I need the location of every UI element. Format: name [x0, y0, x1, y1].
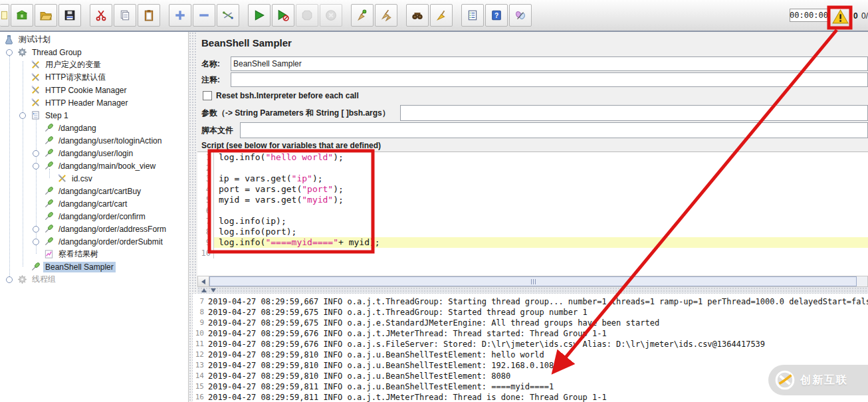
comment-input[interactable]	[231, 72, 868, 87]
remove-button[interactable]	[193, 4, 215, 27]
reset-interpreter-checkbox[interactable]	[203, 91, 212, 100]
open-file-button[interactable]	[35, 4, 57, 27]
tree-item-[interactable]: 察看结果树	[0, 248, 188, 260]
scrollbar-thumb[interactable]	[209, 276, 857, 286]
watermark-logo-icon	[774, 369, 796, 391]
script-editor[interactable]: 1log.info("hello world");23ip = vars.get…	[197, 151, 868, 276]
splitter-up-icon[interactable]	[201, 288, 207, 292]
tree-item-beanshell-sampler[interactable]: BeanShell Sampler	[0, 260, 188, 273]
stop-button[interactable]	[296, 4, 318, 27]
tree-item-thread-group[interactable]: Thread Group	[0, 46, 188, 58]
tree-toggle-icon[interactable]	[6, 49, 13, 56]
horizontal-scrollbar[interactable]	[197, 276, 868, 287]
config-wrench-icon	[31, 60, 41, 70]
clear-button[interactable]	[351, 4, 374, 27]
tree-item-dangdang-order-addressform[interactable]: /dangdang/order/addressForm	[0, 223, 188, 235]
page-title: BeanShell Sampler	[201, 37, 292, 49]
play-no-timers-icon	[277, 9, 289, 21]
shutdown-button[interactable]	[320, 4, 342, 27]
clear-search-button[interactable]	[430, 4, 453, 27]
tree-toggle-icon[interactable]	[6, 276, 13, 283]
tree-item-http[interactable]: HTTP请求默认值	[0, 71, 188, 84]
log-line: 102019-04-27 08:29:59,676 INFO o.a.j.t.J…	[193, 328, 868, 339]
config-wrench-icon	[31, 72, 41, 82]
code-line-text: ip = vars.get("ip");	[214, 173, 868, 184]
ssl-manager-button[interactable]	[509, 4, 532, 27]
code-line-text: log.info(ip);	[214, 216, 868, 227]
tree-item-label: HTTP Header Manager	[43, 98, 130, 108]
log-line-number: 16	[193, 392, 204, 402]
tree-item-http-cookie-manager[interactable]: HTTP Cookie Manager	[0, 84, 188, 96]
tree-toggle-icon[interactable]	[33, 163, 39, 169]
add-button[interactable]	[169, 4, 191, 27]
templates-icon	[16, 9, 28, 21]
parameters-input[interactable]	[400, 105, 868, 121]
log-line-number: 13	[193, 360, 204, 371]
tree-toggle-icon[interactable]	[33, 150, 39, 157]
tree-item-dangdang-order-confirm[interactable]: /dangdang/order/confirm	[0, 210, 188, 223]
tree-item-dangdang-cart-cart[interactable]: /dangdang/cart/cart	[0, 197, 188, 210]
code-line-number: 9	[197, 237, 214, 248]
templates-button[interactable]	[11, 4, 33, 27]
tree-item-label: HTTP Cookie Manager	[43, 85, 129, 96]
code-line-text: port = vars.get("port");	[214, 184, 868, 195]
thread-count: 0/1	[861, 11, 868, 21]
code-line: 1log.info("hello world");	[197, 152, 868, 163]
save-floppy-icon	[64, 9, 76, 21]
log-viewer[interactable]: 72019-04-27 08:29:59,667 INFO o.a.j.t.Th…	[193, 294, 868, 402]
copy-button[interactable]	[114, 4, 136, 27]
tree-item-[interactable]: 线程组	[0, 273, 188, 286]
toggle-button[interactable]	[217, 4, 239, 27]
error-count: 0	[853, 11, 858, 21]
code-line-number: 2	[197, 163, 214, 173]
tree-toggle-icon[interactable]	[19, 112, 26, 119]
search-button[interactable]	[406, 4, 429, 27]
scroll-left-button[interactable]	[198, 276, 209, 286]
name-input[interactable]	[231, 56, 868, 71]
paste-button[interactable]	[138, 4, 160, 27]
log-warning-icon[interactable]	[832, 9, 849, 25]
help-button[interactable]: ?	[485, 4, 508, 27]
controller-icon	[31, 110, 41, 120]
tree-item-dangdang-order-ordersubmit[interactable]: /dangdang/order/orderSubmit	[0, 235, 188, 248]
sampler-icon	[44, 123, 54, 133]
comment-label: 注释:	[201, 74, 220, 86]
tree-item-dangdang[interactable]: /dangdang	[0, 122, 188, 134]
log-line-number: 9	[193, 318, 204, 328]
tree-item-id-csv[interactable]: id.csv	[0, 172, 188, 185]
script-file-input[interactable]	[240, 122, 868, 138]
copy-pages-icon	[119, 9, 131, 21]
start-no-timers-button[interactable]	[272, 4, 294, 27]
open-folder-icon	[40, 9, 52, 21]
cut-button[interactable]	[90, 4, 112, 27]
code-line-text	[214, 205, 868, 216]
log-splitter[interactable]	[197, 287, 868, 294]
start-button[interactable]	[248, 4, 271, 27]
tree-item-http-header-manager[interactable]: HTTP Header Manager	[0, 96, 188, 109]
tree-item-step-1[interactable]: Step 1	[0, 109, 188, 122]
log-line: 132019-04-27 08:29:59,810 INFO o.a.j.u.B…	[193, 360, 868, 371]
tree-item-[interactable]: 测试计划	[0, 33, 188, 46]
tree-item-dangdang-main-book-view[interactable]: /dangdang/main/book_view	[0, 159, 188, 172]
tree-toggle-icon[interactable]	[33, 239, 39, 245]
code-line: 5myid = vars.get("myid");	[197, 195, 868, 205]
tree-toggle-icon[interactable]	[33, 226, 39, 233]
tree-item-dangdang-user-tologinaction[interactable]: /dangdang/user/tologinAction	[0, 134, 188, 147]
binoculars-icon	[411, 9, 423, 21]
tree-item-dangdang-user-login[interactable]: /dangdang/user/login	[0, 147, 188, 159]
broom-green-icon	[356, 9, 368, 21]
tree-item-dangdang-cart-cartbuy[interactable]: /dangdang/cart/cartBuy	[0, 185, 188, 197]
cut-scissors-icon	[95, 9, 107, 21]
code-line-text: myid = vars.get("myid");	[214, 195, 868, 205]
tree-item-[interactable]: 用户定义的变量	[0, 58, 188, 71]
function-helper-button[interactable]	[461, 4, 484, 27]
clear-all-button[interactable]	[375, 4, 397, 27]
save-button[interactable]	[58, 4, 81, 27]
code-line-text	[214, 163, 868, 173]
new-file-button[interactable]	[0, 4, 9, 27]
sampler-icon	[44, 136, 54, 146]
code-line: 6	[197, 205, 868, 216]
sampler-icon	[44, 186, 54, 196]
code-line-text: log.info("====myid===="+ myid);	[214, 237, 868, 248]
splitter-down-icon[interactable]	[211, 288, 216, 292]
